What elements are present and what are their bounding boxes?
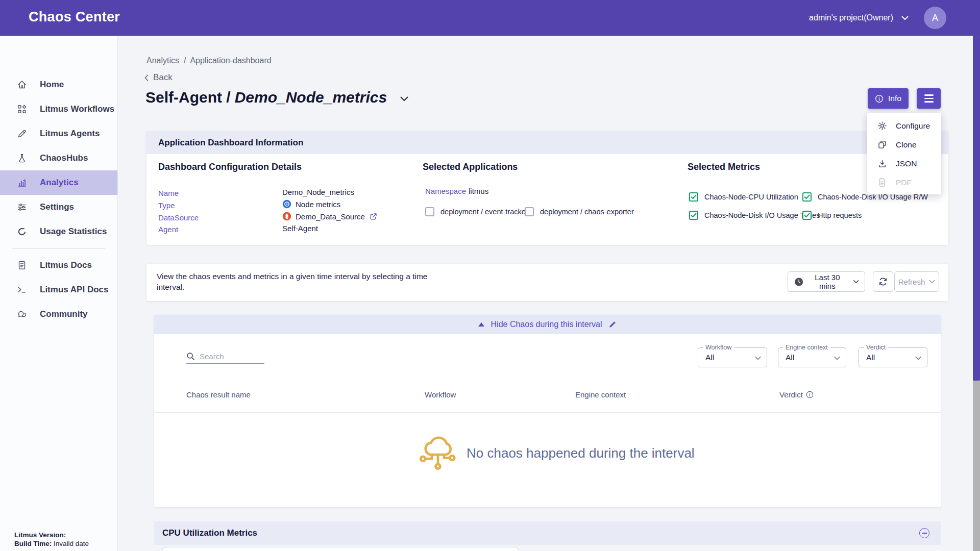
metric-checkbox-row: Chaos-Node-Disk I/O Usage Times bbox=[689, 211, 820, 220]
sidebar-item-label: ChaosHubs bbox=[40, 153, 88, 163]
config-row-label: Agent bbox=[158, 225, 178, 234]
hide-chaos-label: Hide Chaos during this interval bbox=[491, 320, 602, 329]
sidebar-item-settings[interactable]: Settings bbox=[0, 195, 117, 219]
clone-icon bbox=[877, 140, 887, 149]
external-link-icon[interactable] bbox=[369, 212, 378, 221]
namespace-value: litmus bbox=[469, 187, 488, 195]
cpu-section-title: CPU Utilization Metrics bbox=[162, 528, 257, 538]
info-button-label: Info bbox=[888, 94, 901, 103]
menu-item-configure[interactable]: Configure bbox=[867, 116, 941, 135]
app-header: Chaos Center admin's project(Owner) A bbox=[0, 0, 980, 36]
sidebar-item-community[interactable]: Community bbox=[0, 302, 117, 327]
breadcrumb: Analytics / Application-dashboard bbox=[146, 56, 272, 65]
chevron-down-icon bbox=[929, 280, 935, 284]
edit-pencil-icon[interactable] bbox=[608, 320, 617, 329]
checkbox-label: Http requests bbox=[818, 211, 862, 219]
checkbox-checked[interactable] bbox=[689, 211, 698, 220]
collapse-minus-icon[interactable] bbox=[919, 528, 929, 538]
project-selector-label[interactable]: admin's project(Owner) bbox=[809, 13, 893, 22]
scrollbar-thumb[interactable] bbox=[973, 36, 980, 381]
info-button[interactable]: Info bbox=[868, 88, 909, 109]
sidebar-item-label: Litmus Docs bbox=[40, 260, 92, 270]
filter-label: Verdict bbox=[864, 344, 888, 351]
config-row-label: Name bbox=[158, 189, 179, 197]
dashboard-configuration-details-title: Dashboard Configuration Details bbox=[158, 162, 302, 172]
sidebar: Home Litmus Workflows Litmus Agents Chao… bbox=[0, 36, 118, 551]
empty-message: No chaos happened during the interval bbox=[467, 445, 695, 461]
app-title: Chaos Center bbox=[29, 9, 120, 25]
filter-value: All bbox=[786, 353, 794, 362]
info-circle-icon[interactable] bbox=[806, 391, 814, 398]
workflow-filter-select[interactable]: Workflow All bbox=[698, 347, 767, 367]
chevron-down-icon[interactable] bbox=[901, 16, 909, 20]
refresh-now-button[interactable] bbox=[873, 271, 893, 292]
hamburger-menu-button[interactable] bbox=[917, 88, 941, 109]
litmus-version-label: Litmus Version: bbox=[14, 531, 66, 539]
refresh-icon bbox=[878, 277, 888, 287]
search-input[interactable] bbox=[200, 352, 260, 361]
sidebar-item-litmus-docs[interactable]: Litmus Docs bbox=[0, 253, 117, 278]
checkbox-label: deployment / chaos-exporter bbox=[540, 208, 634, 216]
chevron-down-icon bbox=[853, 280, 859, 284]
config-row-label: Type bbox=[158, 201, 175, 210]
filter-value: All bbox=[705, 353, 714, 362]
sidebar-item-litmus-agents[interactable]: Litmus Agents bbox=[0, 121, 117, 146]
column-header-chaos-result-name: Chaos result name bbox=[186, 390, 251, 399]
menu-item-label: Configure bbox=[896, 121, 930, 131]
sidebar-item-litmus-api-docs[interactable]: Litmus API Docs bbox=[0, 278, 117, 302]
title-chevron-down-icon[interactable] bbox=[400, 96, 408, 102]
gear-icon bbox=[877, 121, 887, 131]
checkbox-checked[interactable] bbox=[802, 192, 812, 202]
selected-applications-title: Selected Applications bbox=[423, 162, 518, 172]
time-range-value: Last 30 mins bbox=[808, 273, 846, 290]
column-header-engine-context: Engine context bbox=[575, 390, 626, 399]
checkbox-label: Chaos-Node-CPU Utilization bbox=[704, 193, 798, 201]
agents-icon bbox=[17, 129, 27, 139]
checkbox-unchecked[interactable] bbox=[425, 207, 434, 216]
search-icon bbox=[186, 352, 195, 361]
menu-item-clone[interactable]: Clone bbox=[867, 135, 941, 154]
breadcrumb-separator: / bbox=[184, 56, 186, 65]
checkbox-label: deployment / event-tracker bbox=[440, 208, 528, 216]
checkbox-checked[interactable] bbox=[689, 192, 698, 202]
column-header-verdict: Verdict bbox=[779, 390, 814, 399]
breadcrumb-analytics[interactable]: Analytics bbox=[146, 56, 179, 65]
usage-icon bbox=[17, 227, 27, 237]
sidebar-item-usage-statistics[interactable]: Usage Statistics bbox=[0, 219, 117, 244]
sidebar-item-chaoshubs[interactable]: ChaosHubs bbox=[0, 146, 117, 170]
sidebar-item-home[interactable]: Home bbox=[0, 72, 117, 97]
sidebar-item-label: Litmus Workflows bbox=[40, 104, 114, 114]
settings-icon bbox=[17, 202, 27, 212]
checkbox-unchecked[interactable] bbox=[525, 207, 534, 216]
page-title: Self-Agent / Demo_Node_metrics bbox=[145, 89, 408, 106]
page-scrollbar[interactable] bbox=[973, 36, 980, 551]
sidebar-item-analytics[interactable]: Analytics bbox=[0, 170, 117, 195]
application-checkbox-row: deployment / event-tracker bbox=[425, 207, 528, 216]
sidebar-item-label: Litmus API Docs bbox=[40, 285, 108, 295]
chevron-down-icon bbox=[915, 356, 921, 360]
sidebar-item-label: Settings bbox=[40, 202, 74, 212]
verdict-filter-select[interactable]: Verdict All bbox=[859, 347, 927, 367]
back-link[interactable]: Back bbox=[144, 72, 173, 83]
time-interval-panel: View the chaos events and metrics in a g… bbox=[146, 264, 948, 301]
interval-description: View the chaos events and metrics in a g… bbox=[157, 271, 440, 292]
refresh-label: Refresh bbox=[898, 278, 925, 286]
avatar[interactable]: A bbox=[924, 7, 946, 29]
time-range-button[interactable]: Last 30 mins bbox=[788, 271, 865, 292]
breadcrumb-application-dashboard[interactable]: Application-dashboard bbox=[190, 56, 271, 65]
empty-state: No chaos happened during the interval bbox=[420, 431, 695, 475]
panel-header: Application Dashboard Information bbox=[146, 131, 948, 154]
node-metrics-icon bbox=[282, 199, 291, 209]
engine-context-filter-select[interactable]: Engine context All bbox=[778, 347, 846, 367]
filter-value: All bbox=[866, 353, 875, 362]
back-label: Back bbox=[153, 72, 173, 83]
menu-item-pdf[interactable]: PDF bbox=[867, 173, 941, 192]
menu-item-json[interactable]: JSON bbox=[867, 154, 941, 173]
home-icon bbox=[17, 80, 27, 90]
sidebar-item-litmus-workflows[interactable]: Litmus Workflows bbox=[0, 97, 117, 121]
chaos-during-interval-panel: Hide Chaos during this interval Workflow… bbox=[154, 315, 941, 507]
clock-icon bbox=[794, 277, 803, 287]
hide-chaos-toggle[interactable]: Hide Chaos during this interval bbox=[154, 315, 941, 334]
refresh-interval-dropdown[interactable]: Refresh bbox=[894, 271, 939, 292]
checkbox-checked[interactable] bbox=[802, 211, 812, 220]
